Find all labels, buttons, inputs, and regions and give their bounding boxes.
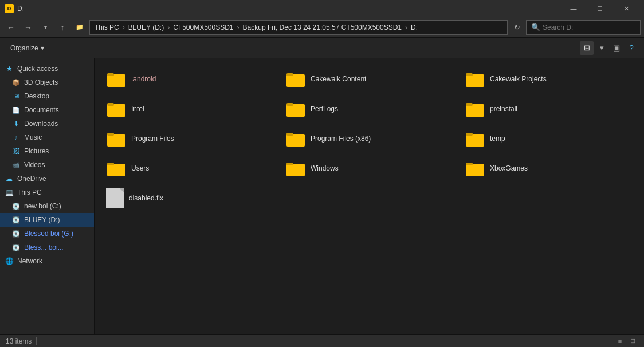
svg-rect-4 [466,74,484,87]
sidebar-item-music[interactable]: ♪ Music [0,131,94,144]
desktop-icon: 🖥 [11,92,21,101]
address-this-pc: This PC [95,23,119,31]
folder-icon-perflogs [285,98,306,119]
search-bar[interactable]: 🔍 [526,20,641,35]
back-button[interactable]: ← [3,20,18,35]
sidebar-item-blessed-g[interactable]: 💽 Blessed boi (G:) [0,227,94,240]
sidebar-item-3d-objects[interactable]: 📦 3D Objects [0,76,94,89]
details-pane-button[interactable]: ⊞ [580,41,594,55]
forward-button[interactable]: → [21,20,36,35]
file-item-perflogs[interactable]: PerfLogs [281,95,458,123]
maximize-button[interactable]: ☐ [587,0,613,17]
3d-objects-icon: 📦 [11,78,21,87]
svg-rect-2 [286,74,305,87]
view-dropdown[interactable]: ▾ [595,41,608,55]
svg-rect-13 [107,133,114,136]
help-button[interactable]: ? [625,41,638,55]
videos-icon: 📹 [11,160,21,169]
title-bar-left: D D: [5,4,24,13]
sidebar-label-downloads: Downloads [24,120,58,128]
file-item-cakewalk-projects[interactable]: Cakewalk Projects [460,65,637,93]
sidebar-item-desktop[interactable]: 🖥 Desktop [0,89,94,103]
file-item-cakewalk-content[interactable]: Cakewalk Content [281,65,458,93]
nav-bar: ← → ▾ ↑ 📁 This PC › BLUEY (D:) › CT500MX… [0,17,644,38]
downloads-icon: ⬇ [11,119,21,128]
svg-rect-7 [107,103,114,106]
file-item-users[interactable]: Users [101,155,278,182]
folder-icon-xboxgames [465,158,485,179]
sidebar-item-pictures[interactable]: 🖼 Pictures [0,144,94,158]
search-input[interactable] [543,23,635,31]
svg-rect-17 [466,133,473,136]
sidebar-item-blessed-h[interactable]: 💽 Bless... boi... [0,240,94,254]
sidebar-item-downloads[interactable]: ⬇ Downloads [0,117,94,131]
sidebar-item-new-boi[interactable]: 💽 new boi (C:) [0,199,94,213]
new-boi-icon: 💽 [11,202,21,211]
sidebar-item-quick-access[interactable]: ★ Quick access [0,62,94,76]
folder-icon-program-files-x86 [285,128,306,149]
file-item-preinstall[interactable]: preinstall [460,95,637,123]
folder-icon-temp [465,128,485,149]
file-name-disabled-fix: disabled.fix [129,194,163,202]
svg-rect-19 [107,163,114,165]
svg-rect-0 [107,74,125,87]
address-bar[interactable]: This PC › BLUEY (D:) › CT500MX500SSD1 › … [89,20,508,35]
file-item-temp[interactable]: temp [460,125,637,152]
window-controls: — ☐ ✕ [560,0,639,17]
svg-rect-9 [286,103,293,106]
svg-rect-5 [466,73,473,76]
file-name-program-files-x86: Program Files (x86) [311,135,371,143]
sidebar-label-bluey: BLUEY (D:) [24,216,60,224]
sidebar-label-new-boi: new boi (C:) [24,202,61,210]
file-item-disabled-fix[interactable]: disabled.fix [101,184,278,212]
address-d: D: [411,23,418,31]
sidebar-item-bluey[interactable]: 💽 BLUEY (D:) [0,213,94,227]
quick-access-icon: ★ [5,64,14,73]
recent-button[interactable]: ▾ [38,20,53,35]
file-name-intel: Intel [131,105,144,113]
organize-button[interactable]: Organize ▾ [6,42,49,54]
svg-rect-23 [466,163,473,165]
svg-rect-16 [466,134,484,147]
file-item-intel[interactable]: Intel [101,95,278,123]
app-icon: D [5,4,14,13]
status-large-icons-view[interactable]: ⊞ [627,336,638,346]
pane-button[interactable]: ▣ [610,41,623,55]
svg-rect-6 [107,104,125,117]
file-item-android[interactable]: .android [101,65,278,93]
folder-icon-cakewalk-content [285,69,306,89]
sidebar-item-onedrive[interactable]: ☁ OneDrive [0,172,94,186]
file-item-xboxgames[interactable]: XboxGames [460,155,637,182]
sidebar-item-this-pc[interactable]: 💻 This PC [0,186,94,199]
file-name-windows: Windows [311,164,339,172]
this-pc-icon: 💻 [5,188,14,197]
sidebar-label-3d-objects: 3D Objects [24,78,58,86]
onedrive-icon: ☁ [5,174,14,183]
location-icon: 📁 [72,20,87,35]
svg-rect-8 [286,104,305,117]
sidebar-label-music: Music [24,133,42,141]
file-item-program-files-x86[interactable]: Program Files (x86) [281,125,458,152]
folder-icon-windows [285,158,306,179]
file-name-perflogs: PerfLogs [311,105,338,113]
file-item-program-files[interactable]: Program Files [101,125,278,152]
documents-icon: 📄 [11,105,21,115]
address-bluey: BLUEY (D:) [128,23,164,31]
sidebar-label-documents: Documents [24,106,59,114]
sidebar-item-videos[interactable]: 📹 Videos [0,158,94,172]
minimize-button[interactable]: — [560,0,587,17]
status-details-view[interactable]: ≡ [614,336,626,346]
up-button[interactable]: ↑ [55,20,70,35]
refresh-button[interactable]: ↻ [510,21,524,34]
close-button[interactable]: ✕ [613,0,639,17]
svg-rect-21 [286,163,293,165]
file-name-users: Users [131,164,149,172]
search-icon: 🔍 [531,23,540,31]
files-grid: .android Cakewalk Content [101,65,637,212]
sidebar-label-quick-access: Quick access [17,65,58,73]
main-content: ★ Quick access 📦 3D Objects 🖥 Desktop 📄 … [0,58,644,334]
sidebar-item-network[interactable]: 🌐 Network [0,254,94,268]
file-item-windows[interactable]: Windows [281,155,458,182]
folder-icon-users [106,158,127,179]
sidebar-item-documents[interactable]: 📄 Documents [0,103,94,117]
